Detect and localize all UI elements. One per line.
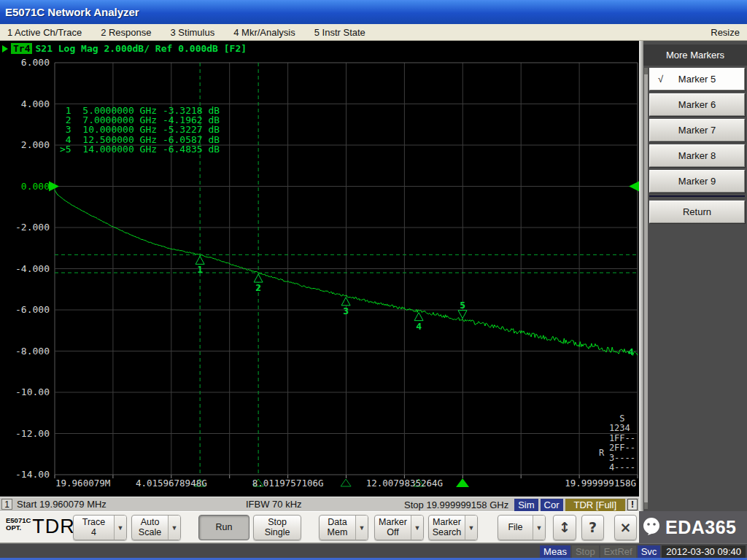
updown-button[interactable]: ↕ xyxy=(553,515,576,540)
y-tick-label: -2.000 xyxy=(3,222,50,233)
menu-item-1-active-ch-trace[interactable]: 1 Active Ch/Trace xyxy=(7,27,82,38)
active-marker-axis-icon xyxy=(456,478,469,487)
data-mem-button[interactable]: DataMem▼ xyxy=(319,515,368,540)
toolbar-button-label: MarkerOff xyxy=(375,516,411,540)
y-tick-label: -12.00 xyxy=(3,428,50,439)
dropdown-arrow-icon[interactable]: ▼ xyxy=(533,516,545,540)
softkey-marker-9[interactable]: Marker 9 xyxy=(649,170,745,192)
menu-item-5-instr-state[interactable]: 5 Instr State xyxy=(314,27,365,38)
softkey-label: Marker 5 xyxy=(678,74,716,85)
auto-scale-button[interactable]: AutoScale▼ xyxy=(131,515,181,540)
menu-item-4-mkr-analysis[interactable]: 4 Mkr/Analysis xyxy=(233,27,295,38)
softkey-scrollbar[interactable] xyxy=(644,68,648,509)
softkey-label: Marker 7 xyxy=(678,125,716,136)
marker-search-button[interactable]: MarkerSearch▼ xyxy=(428,515,478,540)
eda365-text: EDA365 xyxy=(665,517,737,538)
dropdown-arrow-icon[interactable]: ▼ xyxy=(168,516,180,540)
marker-icon[interactable] xyxy=(341,298,350,306)
eda365-logo-icon xyxy=(640,516,662,539)
softkey-marker-7[interactable]: Marker 7 xyxy=(649,119,745,141)
analyzer-screen: 123454 Tr4 S21 Log Mag 2.000dB/ Ref 0.00… xyxy=(0,41,639,497)
softkey-marker-5[interactable]: √Marker 5 xyxy=(649,68,745,90)
window-titlebar: E5071C Network Analyzer xyxy=(0,0,747,24)
marker-icon[interactable] xyxy=(196,256,204,264)
datetime-display: 2012-03-30 09:40 xyxy=(662,545,746,558)
softkey-menu-title: More Markers xyxy=(643,44,747,66)
status-badge-stop: Stop xyxy=(572,545,599,558)
marker-number-label: 3 xyxy=(343,306,349,316)
softkey-label: Marker 6 xyxy=(678,99,716,110)
softkey-return[interactable]: Return xyxy=(649,201,745,223)
softkey-sidebar: More Markers √Marker 5Marker 6Marker 7Ma… xyxy=(643,41,747,511)
trace-select-button[interactable]: Trace4▼ xyxy=(73,515,127,540)
run-button[interactable]: Run xyxy=(198,515,249,540)
legend-receiver-label: R xyxy=(599,448,604,458)
marker-number-label: 1 xyxy=(197,264,203,275)
status-badge-tdr-full: TDR [Full] xyxy=(565,499,626,511)
instrument-logo: E5071C OPT. TDR xyxy=(6,517,75,537)
help-icon: ? xyxy=(582,516,603,540)
channel-trace-status-legend: S 1234 1FF-- 2FF-- 3---- 4---- xyxy=(609,414,635,472)
marker-off-button[interactable]: MarkerOff▼ xyxy=(374,515,424,540)
stop-single-button[interactable]: StopSingle xyxy=(253,515,301,540)
menu-items: 1 Active Ch/Trace2 Response3 Stimulus4 M… xyxy=(7,27,384,38)
dropdown-arrow-icon[interactable]: ▼ xyxy=(411,516,423,540)
channel-status-bar: 1 Start 19.960079 MHz IFBW 70 kHz Stop 1… xyxy=(0,497,639,511)
eda365-watermark: EDA365 xyxy=(639,511,747,543)
x-tick-label: 19.999999158G xyxy=(565,478,636,489)
stop-frequency-label: Stop 19.999999158 GHz xyxy=(404,499,508,510)
menu-bar: 1 Active Ch/Trace2 Response3 Stimulus4 M… xyxy=(0,24,747,41)
start-frequency-label: Start 19.960079 MHz xyxy=(17,499,107,510)
help-button[interactable]: ? xyxy=(581,515,604,540)
softkey-marker-8[interactable]: Marker 8 xyxy=(649,144,745,167)
x-tick-label: 8.0119757106G xyxy=(252,478,324,489)
ref-level-left-arrow-icon[interactable] xyxy=(49,182,59,192)
toolbar-button-label: AutoScale xyxy=(132,516,168,540)
window-title: E5071C Network Analyzer xyxy=(5,6,139,18)
menu-item-3-stimulus[interactable]: 3 Stimulus xyxy=(171,27,215,38)
trace-end-number: 4 xyxy=(628,346,634,357)
close-button[interactable]: × xyxy=(614,515,637,540)
x-tick-label: 12.0079835264G xyxy=(366,478,443,489)
dropdown-arrow-icon[interactable]: ▼ xyxy=(114,516,126,540)
dropdown-arrow-icon[interactable]: ▼ xyxy=(465,516,477,540)
marker-number-label: 2 xyxy=(255,282,261,293)
toolbar-button-label: File xyxy=(498,516,533,540)
status-badge-extref: ExtRef xyxy=(600,545,636,558)
trace-format-text: S21 Log Mag 2.000dB/ Ref 0.000dB [F2] xyxy=(35,43,247,54)
ref-level-right-arrow-icon[interactable] xyxy=(629,182,639,192)
toolbar-button-label: MarkerSearch xyxy=(429,516,465,540)
channel-number-box: 1 xyxy=(1,499,12,510)
marker-readout-table: 1 5.0000000 GHz -3.3218 dB 2 7.0000000 G… xyxy=(60,106,220,154)
instrument-toolbar: E5071C OPT. TDR Trace4▼AutoScale▼RunStop… xyxy=(0,511,639,543)
softkey-marker-6[interactable]: Marker 6 xyxy=(649,93,745,116)
y-tick-label: -6.000 xyxy=(3,304,50,315)
active-trace-arrow-icon xyxy=(2,45,8,52)
softkey-divider xyxy=(649,195,745,197)
marker-axis-icon xyxy=(341,479,351,486)
menu-item-2-response[interactable]: 2 Response xyxy=(101,27,151,38)
checkmark-icon: √ xyxy=(658,74,663,85)
marker-icon[interactable] xyxy=(414,313,423,321)
x-tick-label: 4.0159678948G xyxy=(136,478,207,489)
trace-badge[interactable]: Tr4 xyxy=(11,43,32,54)
toolbar-button-label: StopSingle xyxy=(254,516,301,540)
alert-indicator: ! xyxy=(627,499,638,510)
trace-header: Tr4 S21 Log Mag 2.000dB/ Ref 0.000dB [F2… xyxy=(2,43,247,54)
y-tick-label: 4.000 xyxy=(3,98,50,109)
y-tick-label: 0.000 xyxy=(3,181,50,192)
status-badge-sim: Sim xyxy=(514,499,538,511)
logo-opt: OPT. xyxy=(6,524,21,532)
active-marker-icon[interactable] xyxy=(458,311,467,319)
status-badge-svc: Svc xyxy=(638,545,661,558)
dropdown-arrow-icon[interactable]: ▼ xyxy=(355,516,368,540)
softkey-label: Marker 8 xyxy=(678,150,716,161)
toolbar-button-label: Run xyxy=(199,516,249,540)
softkey-label: Marker 9 xyxy=(678,176,716,187)
file-button[interactable]: File▼ xyxy=(498,515,546,540)
y-tick-label: -10.00 xyxy=(3,386,50,397)
marker-icon[interactable] xyxy=(254,274,263,282)
y-tick-label: -4.000 xyxy=(3,263,50,274)
y-tick-label: -8.000 xyxy=(3,346,50,357)
menu-item-resize[interactable]: Resize xyxy=(711,27,740,38)
